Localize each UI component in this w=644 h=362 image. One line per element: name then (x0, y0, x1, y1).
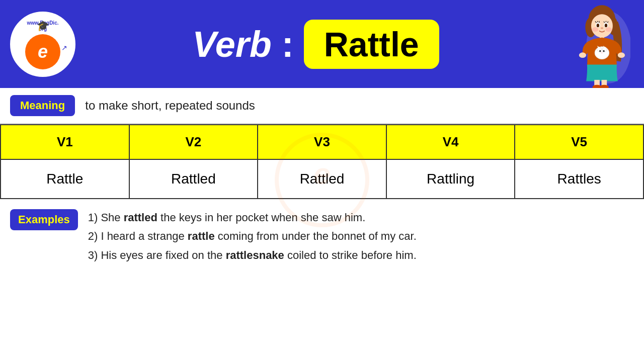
logo-letter: e (38, 41, 48, 62)
col-header-v3: V3 (258, 125, 386, 159)
meaning-text: to make short, repeated sounds (85, 99, 255, 113)
svg-line-10 (597, 21, 598, 23)
verb-label: Verb (192, 24, 271, 65)
col-header-v5: V5 (515, 125, 643, 159)
svg-point-24 (599, 50, 601, 52)
svg-point-27 (579, 52, 586, 58)
logo-arrow-icon: ↗ (61, 44, 67, 52)
v3-cell: Rattled (258, 159, 386, 199)
example-3: 3) His eyes are fixed on the rattlesnake… (88, 246, 417, 264)
svg-point-7 (596, 24, 599, 27)
v4-cell: Rattling (386, 159, 515, 199)
svg-point-26 (601, 52, 603, 53)
meaning-badge: Meaning (10, 95, 75, 116)
verb-table-wrapper: V1 V2 V3 V4 V5 Rattle Rattled Rattled Ra… (0, 124, 644, 199)
word-badge: Rattle (304, 20, 439, 69)
examples-badge: Examples (10, 209, 78, 230)
svg-point-28 (617, 52, 624, 58)
header: www.EngDic. org 🎓 e ↗ Verb : Rattle (0, 0, 644, 88)
svg-point-8 (604, 24, 607, 27)
mascot-svg (560, 3, 630, 88)
mascot-image (556, 0, 634, 88)
meaning-row: Meaning to make short, repeated sounds (0, 88, 644, 124)
svg-point-15 (600, 27, 603, 29)
col-header-v2: V2 (129, 125, 258, 159)
svg-point-25 (603, 50, 605, 52)
example-1: 1) She rattled the keys in her pocket wh… (88, 208, 417, 227)
examples-text: 1) She rattled the keys in her pocket wh… (88, 208, 417, 264)
logo-icon-circle: e (25, 34, 60, 69)
header-title-area: Verb : Rattle (75, 20, 556, 69)
svg-point-17 (605, 27, 612, 32)
svg-point-16 (592, 27, 598, 32)
col-header-v1: V1 (1, 125, 129, 159)
logo: www.EngDic. org 🎓 e ↗ (10, 12, 75, 77)
graduation-cap-icon: 🎓 (37, 20, 49, 32)
svg-point-4 (591, 14, 612, 38)
v1-cell: Rattle (1, 159, 129, 199)
main-word: Rattle (324, 25, 419, 64)
table-data-row: Rattle Rattled Rattled Rattling Rattles (1, 159, 643, 199)
verb-forms-table: V1 V2 V3 V4 V5 Rattle Rattled Rattled Ra… (0, 124, 644, 199)
table-header-row: V1 V2 V3 V4 V5 (1, 125, 643, 159)
colon: : (282, 24, 294, 65)
examples-row: Examples 1) She rattled the keys in her … (0, 199, 644, 274)
v5-cell: Rattles (515, 159, 643, 199)
example-2: 2) I heard a strange rattle coming from … (88, 227, 417, 245)
col-header-v4: V4 (386, 125, 515, 159)
v2-cell: Rattled (129, 159, 258, 199)
content-area: e Meaning to make short, repeated sounds… (0, 88, 644, 274)
